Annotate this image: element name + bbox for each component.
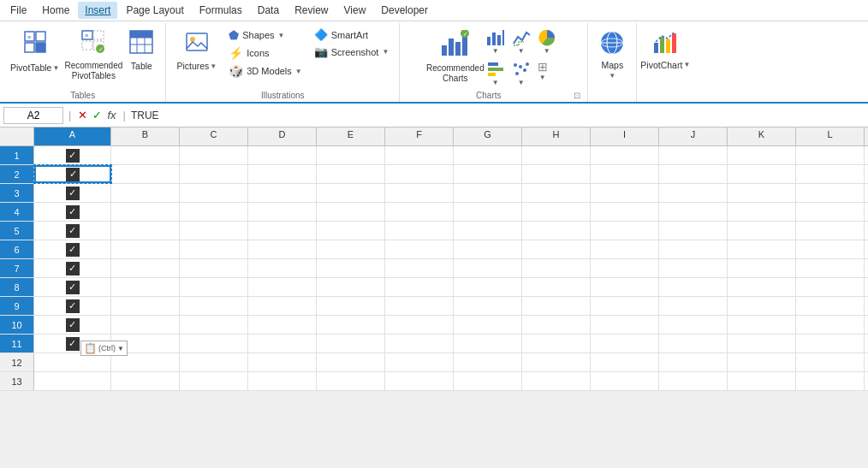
row-number-5[interactable]: 5: [0, 222, 34, 240]
cell-c2[interactable]: [180, 165, 248, 183]
cell-e11[interactable]: [317, 335, 385, 352]
cell-i9[interactable]: [591, 297, 659, 315]
cell-e6[interactable]: [317, 240, 385, 258]
cell-a1[interactable]: ✓: [34, 146, 111, 164]
row-number-3[interactable]: 3: [0, 184, 34, 202]
cell-d4[interactable]: [248, 203, 317, 221]
row-number-6[interactable]: 6: [0, 240, 34, 258]
cell-c4[interactable]: [180, 203, 248, 221]
cell-g5[interactable]: [454, 222, 522, 240]
cell-l1[interactable]: [796, 146, 865, 164]
cell-k13[interactable]: [728, 372, 796, 390]
cell-k6[interactable]: [728, 240, 796, 258]
col-header-k[interactable]: K: [728, 127, 796, 145]
3d-models-button[interactable]: 🎲 3D Models ▼: [223, 62, 307, 80]
col-header-l[interactable]: L: [796, 127, 865, 145]
cell-b8[interactable]: [111, 278, 180, 296]
cell-b3[interactable]: [111, 184, 180, 202]
cell-i8[interactable]: [591, 278, 659, 296]
cell-k7[interactable]: [728, 259, 796, 277]
pictures-button[interactable]: Pictures ▼: [171, 27, 222, 75]
cell-l11[interactable]: [796, 335, 865, 352]
cell-a4[interactable]: ✓: [34, 203, 111, 221]
cell-d13[interactable]: [248, 372, 317, 390]
cell-j8[interactable]: [659, 278, 728, 296]
cell-a9[interactable]: ✓: [34, 297, 111, 315]
cell-d1[interactable]: [248, 146, 317, 164]
shapes-button[interactable]: ⬟ Shapes ▼: [223, 27, 307, 44]
menu-home[interactable]: Home: [35, 2, 76, 19]
cell-i11[interactable]: [591, 335, 659, 352]
combo-chart-button[interactable]: ⊞ ▼: [535, 58, 550, 88]
cell-d5[interactable]: [248, 222, 317, 240]
cell-j1[interactable]: [659, 146, 728, 164]
cell-k2[interactable]: [728, 165, 796, 183]
cell-j6[interactable]: [659, 240, 728, 258]
cell-e12[interactable]: [317, 353, 385, 371]
cell-k4[interactable]: [728, 203, 796, 221]
smartart-button[interactable]: 🔷 SmartArt: [309, 27, 395, 43]
cell-g8[interactable]: [454, 278, 522, 296]
cell-g7[interactable]: [454, 259, 522, 277]
cell-l9[interactable]: [796, 297, 865, 315]
cell-b1[interactable]: [111, 146, 180, 164]
cell-g4[interactable]: [454, 203, 522, 221]
cell-e9[interactable]: [317, 297, 385, 315]
checkbox-11[interactable]: ✓: [66, 337, 80, 351]
cell-b13[interactable]: [111, 372, 180, 390]
checkbox-1[interactable]: ✓: [66, 149, 80, 163]
cell-i13[interactable]: [591, 372, 659, 390]
cell-l13[interactable]: [796, 372, 865, 390]
cell-e10[interactable]: [317, 316, 385, 334]
screenshot-button[interactable]: 📷 Screenshot ▼: [309, 44, 395, 60]
charts-expand-icon[interactable]: ⊡: [572, 89, 582, 102]
checkbox-3[interactable]: ✓: [66, 187, 80, 200]
cell-d3[interactable]: [248, 184, 317, 202]
cell-a10[interactable]: ✓: [34, 316, 111, 334]
cell-h1[interactable]: [522, 146, 591, 164]
menu-review[interactable]: Review: [288, 2, 335, 19]
pivotchart-button[interactable]: PivotChart ▼: [642, 27, 688, 74]
cell-d9[interactable]: [248, 297, 317, 315]
cell-a3[interactable]: ✓: [34, 184, 111, 202]
cell-k12[interactable]: [728, 353, 796, 371]
cell-k5[interactable]: [728, 222, 796, 240]
cell-i10[interactable]: [591, 316, 659, 334]
cell-c8[interactable]: [180, 278, 248, 296]
col-header-j[interactable]: J: [659, 127, 728, 145]
cell-j13[interactable]: [659, 372, 728, 390]
cell-b10[interactable]: [111, 316, 180, 334]
cell-h11[interactable]: [522, 335, 591, 352]
cell-h2[interactable]: [522, 165, 591, 183]
cell-a2[interactable]: ✓: [34, 165, 111, 183]
cell-k3[interactable]: [728, 184, 796, 202]
row-number-2[interactable]: 2: [0, 165, 34, 183]
cell-d12[interactable]: [248, 353, 317, 371]
cell-e7[interactable]: [317, 259, 385, 277]
cell-i4[interactable]: [591, 203, 659, 221]
cell-d6[interactable]: [248, 240, 317, 258]
cell-g12[interactable]: [454, 353, 522, 371]
checkbox-6[interactable]: ✓: [66, 243, 80, 257]
cell-f6[interactable]: [385, 240, 454, 258]
col-header-a[interactable]: A: [34, 127, 111, 145]
cell-g11[interactable]: [454, 335, 522, 352]
row-number-13[interactable]: 13: [0, 372, 34, 390]
cell-c5[interactable]: [180, 222, 248, 240]
cell-j10[interactable]: [659, 316, 728, 334]
cell-c12[interactable]: [180, 353, 248, 371]
cell-k11[interactable]: [728, 335, 796, 352]
cell-e4[interactable]: [317, 203, 385, 221]
cell-j7[interactable]: [659, 259, 728, 277]
cell-a5[interactable]: ✓: [34, 222, 111, 240]
column-chart-button[interactable]: ▼: [484, 27, 508, 56]
cell-g6[interactable]: [454, 240, 522, 258]
cell-a8[interactable]: ✓: [34, 278, 111, 296]
cell-h8[interactable]: [522, 278, 591, 296]
cancel-formula-icon[interactable]: ✕: [76, 109, 89, 121]
cell-l12[interactable]: [796, 353, 865, 371]
row-number-10[interactable]: 10: [0, 316, 34, 334]
cell-l2[interactable]: [796, 165, 865, 183]
cell-a12[interactable]: [34, 353, 111, 371]
cell-h7[interactable]: [522, 259, 591, 277]
